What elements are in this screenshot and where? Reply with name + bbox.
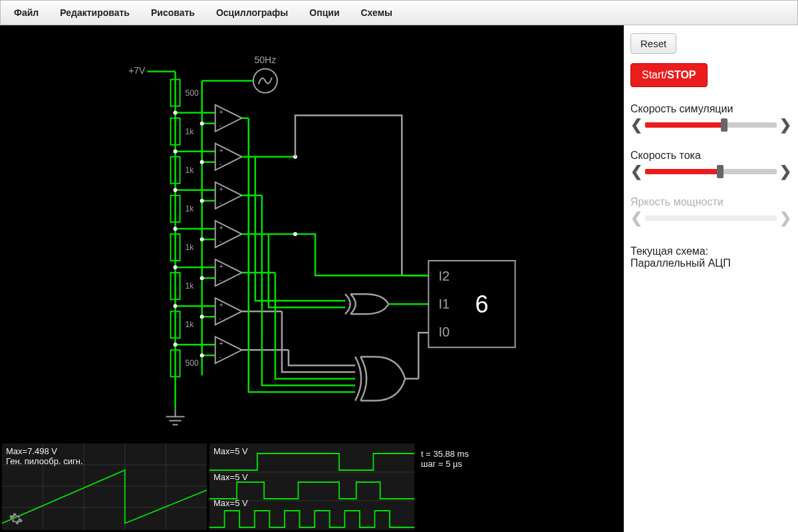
slider-increase-icon[interactable]: ❯ [779,116,791,134]
svg-text:500: 500 [186,88,199,98]
slider-track [645,215,777,221]
slider-sim-speed: Скорость симуляции ❮ ❯ [630,103,791,134]
menubar: Файл Редактировать Рисовать Осциллографы… [0,0,798,25]
current-scheme-label: Текущая схема: [630,245,791,257]
menu-draw[interactable]: Рисовать [142,3,204,22]
svg-text:I2: I2 [438,269,450,283]
or-gate-icon [355,356,405,400]
svg-point-49 [200,160,204,164]
menu-scopes[interactable]: Осциллографы [207,3,297,22]
slider-label: Скорость тока [630,150,791,162]
slider-increase-icon[interactable]: ❯ [779,163,791,180]
circuit-canvas[interactable]: + - +7V 50Hz [2,27,622,444]
voltage-label: +7V [128,65,146,76]
scope-center-label-2: Max=5 V [213,498,410,508]
svg-point-46 [174,304,178,308]
scope-left[interactable]: Max=7.498 V Ген. пилообр. сигн. [2,444,207,530]
svg-text:1k: 1k [186,243,195,252]
svg-text:1k: 1k [186,127,195,136]
slider-increase-icon: ❯ [779,209,791,227]
scope-center[interactable]: Max=5 V Max=5 V Max=5 V [209,444,414,530]
svg-point-51 [200,237,204,241]
svg-point-48 [200,122,204,126]
svg-text:1k: 1k [186,281,195,291]
svg-point-52 [200,276,204,280]
xor-gate-icon [345,294,388,314]
current-scheme-name: Параллельный АЦП [630,257,791,269]
svg-point-43 [174,188,178,192]
svg-point-45 [174,265,178,269]
scope-left-max: Max=7.498 V [6,446,203,456]
svg-point-47 [174,342,178,346]
svg-point-53 [200,315,204,319]
scope-center-label-0: Max=5 V [213,446,410,456]
menu-circuits[interactable]: Схемы [352,3,402,22]
ac-source-icon [253,68,277,92]
scope-center-label-1: Max=5 V [213,472,410,482]
circuit-svg: + - +7V 50Hz [2,27,622,444]
svg-text:1k: 1k [186,166,195,175]
sidebar: Reset Start/STOP Скорость симуляции ❮ ❯ … [624,25,798,532]
slider-power-brightness: Яркость мощности ❮ ❯ [630,196,791,227]
sim-time: t = 35.88 ms [421,449,618,459]
slider-label: Яркость мощности [630,196,791,208]
chip-display-value: 6 [475,291,489,318]
reset-button[interactable]: Reset [630,33,676,54]
ground-icon [166,409,185,425]
svg-text:I0: I0 [438,325,450,339]
menu-file[interactable]: Файл [5,3,48,22]
scope-info: t = 35.88 ms шаг = 5 µs [417,444,622,530]
svg-point-42 [174,150,178,154]
svg-point-50 [200,199,204,203]
decoder-chip: I2 I1 I0 6 [428,261,515,347]
scope-row: Max=7.498 V Ген. пилообр. сигн. [2,444,622,530]
svg-point-41 [174,111,178,115]
slider-decrease-icon[interactable]: ❮ [630,163,642,180]
start-stop-button[interactable]: Start/STOP [630,63,708,87]
gear-icon[interactable] [9,511,23,526]
menu-edit[interactable]: Редактировать [51,3,139,22]
scope-left-name: Ген. пилообр. сигн. [6,456,203,466]
routing [249,116,429,401]
svg-point-56 [293,232,297,236]
ladder: 500 1k 1k 1k 1k 1k 1k 500 [166,71,199,424]
svg-point-44 [174,227,178,231]
menu-options[interactable]: Опции [300,3,348,22]
slider-track[interactable] [645,169,777,174]
slider-track[interactable] [645,122,777,128]
slider-label: Скорость симуляции [630,103,791,115]
svg-text:500: 500 [186,358,199,368]
svg-point-54 [200,353,204,357]
slider-decrease-icon[interactable]: ❮ [630,116,642,134]
slider-current-speed: Скорость тока ❮ ❯ [630,150,791,180]
slider-decrease-icon: ❮ [630,209,642,227]
sim-step: шаг = 5 µs [421,459,618,469]
svg-text:1k: 1k [186,204,195,213]
freq-label: 50Hz [254,55,276,65]
svg-text:1k: 1k [186,320,195,329]
svg-text:I1: I1 [438,297,450,311]
